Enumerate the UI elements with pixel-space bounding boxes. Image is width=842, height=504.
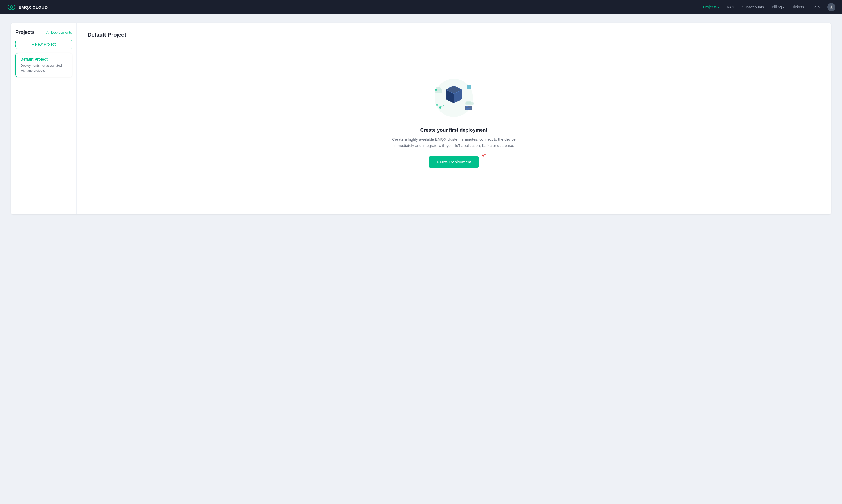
svg-rect-25 (466, 104, 468, 104)
nav-billing[interactable]: Billing ▾ (772, 5, 784, 9)
all-deployments-link[interactable]: All Deployments (46, 30, 72, 34)
main-panel: Default Project (76, 23, 831, 214)
svg-rect-11 (435, 89, 436, 90)
brand-name: EMQX CLOUD (19, 5, 48, 10)
page-container: Projects All Deployments + New Project D… (0, 14, 842, 504)
empty-state-desc: Create a highly available EMQX cluster i… (383, 137, 525, 149)
nav-subaccounts[interactable]: Subaccounts (742, 5, 764, 9)
svg-rect-24 (466, 103, 469, 103)
projects-chevron-icon: ▾ (718, 6, 719, 9)
navbar-left: EMQX CLOUD (6, 4, 48, 10)
nav-tickets[interactable]: Tickets (792, 5, 804, 9)
empty-state: Create your first deployment Create a hi… (88, 38, 820, 205)
sidebar: Projects All Deployments + New Project D… (11, 23, 76, 214)
nav-vas[interactable]: VAS (727, 5, 734, 9)
new-project-button[interactable]: + New Project (15, 40, 72, 49)
empty-state-title: Create your first deployment (420, 127, 487, 133)
red-arrow-annotation: ↙ (481, 151, 488, 159)
new-deployment-button[interactable]: + New Deployment (429, 156, 479, 167)
billing-chevron-icon: ▾ (783, 6, 784, 9)
main-card: Projects All Deployments + New Project D… (11, 23, 831, 214)
avatar[interactable] (827, 3, 836, 11)
svg-rect-23 (466, 101, 471, 104)
project-card-default[interactable]: Default Project Deployments not associat… (15, 53, 72, 77)
sidebar-title: Projects (15, 30, 35, 35)
nav-help[interactable]: Help (812, 5, 820, 9)
svg-point-2 (830, 6, 832, 7)
svg-point-1 (11, 5, 15, 10)
svg-rect-27 (466, 106, 468, 107)
svg-rect-10 (436, 88, 441, 91)
navbar-right: Projects ▾ VAS Subaccounts Billing ▾ Tic… (703, 3, 836, 11)
svg-rect-12 (435, 90, 437, 91)
deployment-illustration (427, 76, 481, 120)
svg-rect-29 (466, 109, 469, 110)
emqx-logo-icon (6, 4, 16, 10)
navbar: EMQX CLOUD Projects ▾ VAS Subaccounts Bi… (0, 0, 842, 14)
project-card-desc: Deployments not associated with any proj… (20, 63, 68, 73)
new-deployment-btn-container: + New Deployment ↙ (429, 156, 479, 167)
svg-point-0 (8, 5, 13, 10)
nav-projects[interactable]: Projects ▾ (703, 5, 719, 9)
svg-rect-28 (466, 108, 470, 108)
project-card-name: Default Project (20, 57, 68, 61)
sidebar-header: Projects All Deployments (15, 30, 72, 35)
svg-rect-13 (435, 92, 437, 92)
project-title: Default Project (88, 32, 126, 38)
